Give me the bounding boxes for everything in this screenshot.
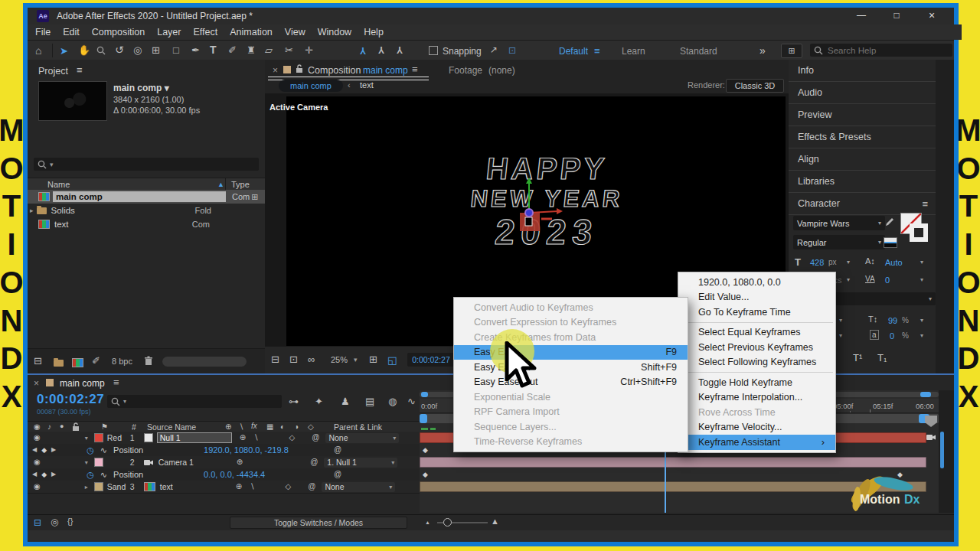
menu-item-keyframe-value[interactable]: 1920.0, 1080.0, 0.0 bbox=[678, 275, 835, 290]
menu-item-easy-ease-out[interactable]: Easy Ease Out Ctrl+Shift+F9 bbox=[454, 375, 688, 390]
font-size-value[interactable]: 428 bbox=[810, 258, 824, 267]
active-camera-label[interactable]: Active Camera bbox=[270, 103, 328, 112]
project-row-main-comp[interactable]: main comp Com ⊞ bbox=[28, 190, 265, 204]
chevron-right-icon[interactable]: ▸ bbox=[85, 484, 88, 491]
menu-item-rpf-camera-import[interactable]: RPF Camera Import bbox=[454, 405, 688, 420]
breadcrumb-comp-chip[interactable]: main comp bbox=[279, 80, 343, 92]
view-axis-mode-icon[interactable]: Y bbox=[397, 45, 403, 54]
workspace-overflow[interactable]: » bbox=[760, 44, 766, 57]
workspace-learn[interactable]: Learn bbox=[622, 46, 645, 57]
workspace-standard[interactable]: Standard bbox=[680, 46, 717, 57]
baseline-shift-value[interactable]: 0 bbox=[890, 331, 894, 341]
panel-info[interactable]: Info bbox=[789, 60, 936, 82]
eye-icon[interactable]: ◉ bbox=[34, 458, 41, 466]
minimize-button[interactable]: — bbox=[848, 10, 874, 21]
vertical-scale-value[interactable]: 99 bbox=[888, 316, 897, 325]
layer-row-pink[interactable]: ◉ ▾ 2 Camera 1 ⊕ @ 1. Null 1▾ bbox=[28, 456, 420, 469]
cube-switch-icon[interactable]: ◇ bbox=[286, 483, 292, 491]
layer-row-sand[interactable]: ◉ ▸ Sand 3 text ⊕ ∖ ◇ @ None▾ bbox=[28, 481, 420, 494]
panel-preview[interactable]: Preview bbox=[789, 104, 936, 126]
property-value[interactable]: 1920.0, 1080.0, -219.8 bbox=[204, 445, 334, 455]
eraser-tool-icon[interactable]: ▱ bbox=[265, 45, 273, 55]
lock-icon[interactable] bbox=[296, 64, 303, 73]
expand-in-out-icon[interactable]: ◎ bbox=[51, 517, 58, 527]
chevron-down-icon[interactable]: ▾ bbox=[920, 259, 923, 266]
3d-axis-gizmo[interactable] bbox=[497, 173, 566, 242]
source-name-column-header[interactable]: Source Name bbox=[147, 422, 196, 432]
property-row-red-position[interactable]: ◀ ◆ ▶ ◷ ∿ Position 1920.0, 1080.0, -219.… bbox=[28, 444, 420, 457]
adjust-icon[interactable]: ✐ bbox=[92, 356, 100, 366]
next-keyframe-icon[interactable]: ▶ bbox=[51, 471, 56, 478]
anchor-switch-icon[interactable]: ⊕ bbox=[236, 483, 242, 491]
timeline-zoom-knob[interactable] bbox=[443, 518, 452, 527]
property-name[interactable]: Position bbox=[113, 470, 204, 479]
parent-select[interactable]: 1. Null 1▾ bbox=[324, 458, 397, 468]
type-tool-icon[interactable]: T bbox=[210, 44, 217, 55]
tracking-value[interactable]: 0 bbox=[885, 276, 890, 285]
chevron-down-icon[interactable]: ▾ bbox=[354, 356, 358, 364]
menu-item-easy-ease[interactable]: Easy Ease F9 bbox=[454, 345, 688, 360]
project-item-name[interactable]: text bbox=[54, 220, 69, 229]
quality-switch-icon[interactable]: ∖ bbox=[250, 483, 254, 491]
chevron-down-icon[interactable]: ▾ bbox=[839, 317, 842, 324]
graph-icon[interactable]: ∿ bbox=[100, 471, 107, 479]
transparency-grid-icon[interactable]: ◱ bbox=[387, 354, 397, 366]
menu-item-easy-ease-in[interactable]: Easy Ease In Shift+F9 bbox=[454, 360, 688, 375]
current-timecode[interactable]: 0:00:02:27 bbox=[37, 392, 104, 407]
scrollbar-right-cap[interactable] bbox=[920, 392, 931, 397]
menu-file[interactable]: File bbox=[35, 27, 51, 37]
chevron-right-icon[interactable]: ▸ bbox=[30, 207, 34, 214]
timeline-panel-menu-icon[interactable]: ≡ bbox=[113, 377, 119, 387]
snapping-checkbox[interactable] bbox=[429, 46, 438, 55]
toggle-switches-modes-button[interactable]: Toggle Switches / Modes bbox=[230, 517, 407, 529]
close-tab-icon[interactable]: × bbox=[273, 65, 278, 76]
layer-source-name[interactable]: text bbox=[160, 482, 228, 491]
menu-item-keyframe-assistant[interactable]: Keyframe Assistant › bbox=[678, 435, 835, 450]
trash-icon[interactable] bbox=[144, 356, 153, 366]
new-folder-icon[interactable] bbox=[54, 360, 64, 367]
prev-keyframe-icon[interactable]: ◀ bbox=[32, 471, 37, 478]
pickwhip-icon[interactable]: @ bbox=[310, 458, 318, 466]
type-column-header[interactable]: Type bbox=[231, 180, 250, 189]
keyframe-toggle-icon[interactable]: ◆ bbox=[41, 447, 47, 454]
layer-source-name[interactable]: Null 1 bbox=[157, 432, 232, 443]
leading-value[interactable]: Auto bbox=[885, 258, 903, 267]
menu-item-select-following-keyframes[interactable]: Select Following Keyframes bbox=[678, 355, 835, 370]
comp-marker-bin[interactable] bbox=[925, 416, 937, 427]
zoom-tool-icon[interactable] bbox=[96, 46, 106, 55]
view-layout-icon[interactable]: ∞ bbox=[308, 354, 315, 364]
keyframe-diamond[interactable]: ◆ bbox=[423, 447, 428, 454]
timeline-tab-label[interactable]: main comp bbox=[60, 378, 105, 389]
number-column-header[interactable]: # bbox=[132, 422, 136, 432]
workspace-default[interactable]: Default bbox=[559, 46, 588, 57]
stopwatch-icon[interactable]: ◷ bbox=[87, 445, 94, 455]
graph-editor-icon[interactable]: ∿ bbox=[407, 396, 416, 406]
zoom-out-mountain-icon[interactable]: ▲ bbox=[425, 520, 430, 525]
chevron-down-icon[interactable]: ▾ bbox=[839, 332, 842, 339]
footage-tab-label[interactable]: Footage bbox=[449, 65, 482, 76]
menu-item-select-previous-keyframes[interactable]: Select Previous Keyframes bbox=[678, 340, 835, 355]
chevron-down-icon[interactable]: ▾ bbox=[165, 83, 169, 93]
chevron-down-icon[interactable]: ▾ bbox=[920, 332, 923, 339]
menu-item-rove-across-time[interactable]: Rove Across Time bbox=[678, 405, 835, 420]
property-value[interactable]: 0.0, 0.0, -4434.4 bbox=[204, 470, 334, 479]
chevron-down-icon[interactable]: ▾ bbox=[85, 459, 88, 466]
font-family-select[interactable]: Vampire Wars ▾ bbox=[793, 216, 885, 230]
menu-help[interactable]: Help bbox=[364, 27, 384, 37]
cube-switch-icon[interactable]: ◇ bbox=[289, 434, 296, 442]
project-item-name[interactable]: main comp bbox=[53, 191, 226, 202]
graph-icon[interactable]: ∿ bbox=[100, 446, 107, 455]
project-search-box[interactable]: ▾ bbox=[34, 158, 259, 171]
monitor-icon[interactable]: ⊡ bbox=[289, 354, 298, 364]
menu-item-sequence-layers[interactable]: Sequence Layers... bbox=[454, 419, 688, 435]
menu-item-exponential-scale[interactable]: Exponential Scale bbox=[454, 390, 688, 405]
panel-audio[interactable]: Audio bbox=[789, 82, 936, 104]
interpret-footage-icon[interactable]: ⊟ bbox=[34, 356, 42, 366]
parent-link-column-header[interactable]: Parent & Link bbox=[334, 422, 382, 432]
snap-marquee-icon[interactable]: ⊡ bbox=[508, 45, 516, 56]
superscript-button[interactable]: T¹ bbox=[853, 352, 862, 364]
timeline-v-scrollbar[interactable] bbox=[940, 432, 944, 468]
composition-tab-comp-name[interactable]: main comp bbox=[363, 65, 408, 76]
character-panel-menu-icon[interactable]: ≡ bbox=[922, 199, 928, 209]
menu-animation[interactable]: Animation bbox=[230, 27, 273, 37]
